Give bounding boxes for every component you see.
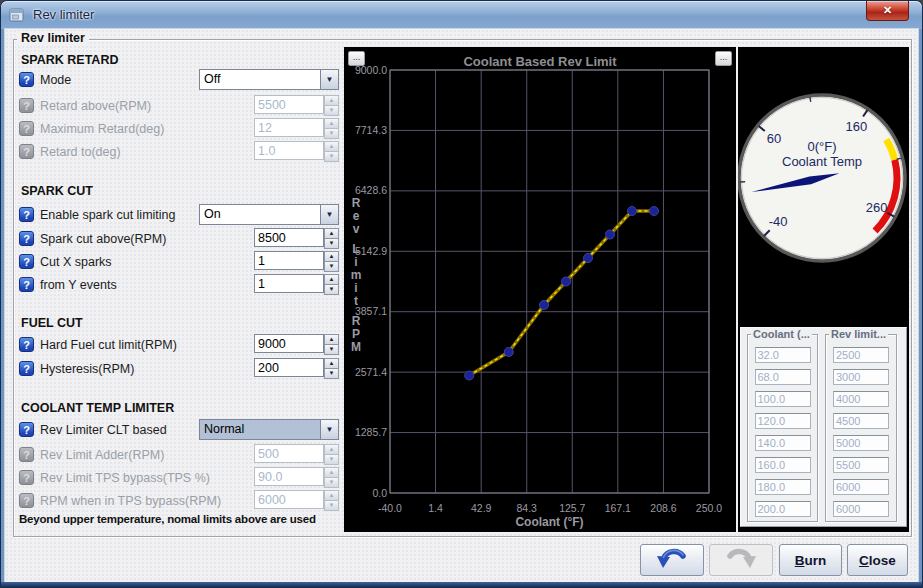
mode-combo[interactable]: Off▼ <box>199 69 339 90</box>
section-header-spark-cut: SPARK CUT <box>21 184 93 198</box>
help-icon: ? <box>19 144 34 159</box>
from-y-events-input[interactable] <box>254 274 324 293</box>
gauge-value-text: 0(°F) <box>807 139 836 154</box>
close-button[interactable]: Close <box>847 544 908 576</box>
chart-x-axis-label: Coolant (°F) <box>515 515 583 529</box>
field-label: Cut X sparks <box>40 255 112 269</box>
spark-cut-above-rpm-input[interactable] <box>254 228 324 247</box>
spinner-down-icon[interactable]: ▼ <box>324 262 339 272</box>
help-icon[interactable]: ? <box>19 72 34 87</box>
spinner-down-icon: ▼ <box>324 501 339 511</box>
spinner-up-icon: ▲ <box>324 141 339 152</box>
spinner-down-icon[interactable]: ▼ <box>324 369 339 379</box>
table-cell <box>755 501 811 517</box>
table-column-coolant: Coolant (... <box>747 334 818 522</box>
form-row-from-y-events: ?from Y events▲▼ <box>19 274 343 295</box>
svg-text:m: m <box>351 268 362 282</box>
svg-text:R: R <box>352 196 361 210</box>
help-icon[interactable]: ? <box>19 254 34 269</box>
help-icon[interactable]: ? <box>19 231 34 246</box>
spinner-down-icon[interactable]: ▼ <box>324 239 339 249</box>
redo-icon <box>724 548 758 573</box>
table-cell <box>833 347 889 363</box>
data-point-marker[interactable] <box>650 207 659 216</box>
svg-text:250.0: 250.0 <box>696 502 722 514</box>
chevron-down-icon[interactable]: ▼ <box>320 70 338 89</box>
svg-text:208.6: 208.6 <box>650 502 676 514</box>
chart-options-left-button[interactable]: ... <box>348 51 365 66</box>
table-cell <box>755 391 811 407</box>
coolant-temp-gauge: -40601602600(°F)Coolant Temp <box>738 47 909 323</box>
rev-limiter-clt-based-combo[interactable]: Normal▼ <box>199 419 339 440</box>
field-label: Mode <box>40 73 71 87</box>
hysteresis-rpm-input[interactable] <box>254 358 324 377</box>
gauge-scale-label: -40 <box>769 214 788 229</box>
spinner-up-icon[interactable]: ▲ <box>324 334 339 345</box>
form-row-retard-above-rpm: ?Retard above(RPM)▲▼ <box>19 95 343 116</box>
field-label: Spark cut above(RPM) <box>40 232 166 246</box>
enable-spark-cut-limiting-combo[interactable]: On▼ <box>199 204 339 225</box>
spinner-down-icon: ▼ <box>324 129 339 139</box>
column-header: Rev limit... <box>829 328 888 340</box>
groupbox-title: Rev limiter <box>17 31 89 45</box>
table-cell <box>833 413 889 429</box>
form-row-retard-to-deg: ?Retard to(deg)▲▼ <box>19 141 343 162</box>
help-icon[interactable]: ? <box>19 337 34 352</box>
svg-text:L: L <box>352 242 359 256</box>
spinner-up-icon[interactable]: ▲ <box>324 228 339 239</box>
help-icon[interactable]: ? <box>19 277 34 292</box>
spinner-up-icon[interactable]: ▲ <box>324 358 339 369</box>
form-row-spark-cut-above-rpm: ?Spark cut above(RPM)▲▼ <box>19 228 343 249</box>
data-point-marker[interactable] <box>465 371 474 380</box>
form-row-rev-limit-tps-bypass-tps: ?Rev Limit TPS bypass(TPS %)▲▼ <box>19 467 343 488</box>
gauge-scale-label: 160 <box>846 119 868 134</box>
data-point-marker[interactable] <box>628 207 637 216</box>
svg-text:1285.7: 1285.7 <box>355 426 387 438</box>
help-icon[interactable]: ? <box>19 361 34 376</box>
section-header-spark-retard: SPARK RETARD <box>21 53 118 67</box>
svg-text:2571.4: 2571.4 <box>355 366 387 378</box>
retard-above-rpm-spinner: ▲▼ <box>254 95 339 114</box>
hysteresis-rpm-spinner: ▲▼ <box>254 358 339 377</box>
spark-cut-above-rpm-spinner: ▲▼ <box>254 228 339 247</box>
spinner-up-icon: ▲ <box>324 490 339 501</box>
help-icon[interactable]: ? <box>19 422 34 437</box>
table-cell <box>755 347 811 363</box>
form-row-rpm-when-in-tps-bypass-rpm: ?RPM when in TPS bypass(RPM)▲▼ <box>19 490 343 511</box>
help-icon[interactable]: ? <box>19 207 34 222</box>
spinner-up-icon[interactable]: ▲ <box>324 251 339 262</box>
data-point-marker[interactable] <box>584 254 593 263</box>
data-point-marker[interactable] <box>562 277 571 286</box>
svg-text:5142.9: 5142.9 <box>355 245 387 257</box>
data-point-marker[interactable] <box>606 230 615 239</box>
chevron-down-icon[interactable]: ▼ <box>320 205 338 224</box>
close-icon[interactable]: ✕ <box>866 1 909 21</box>
data-point-marker[interactable] <box>540 301 549 310</box>
hard-fuel-cut-limit-rpm-input[interactable] <box>254 334 324 353</box>
form-row-cut-x-sparks: ?Cut X sparks▲▼ <box>19 251 343 272</box>
form-row-rev-limiter-clt-based: ?Rev Limiter CLT basedNormal▼ <box>19 419 343 440</box>
spinner-up-icon[interactable]: ▲ <box>324 274 339 285</box>
footnote-text: Beyond upper temperature, nomal limits a… <box>19 513 349 525</box>
undo-button[interactable] <box>640 544 704 576</box>
chart-options-right-button[interactable]: ... <box>715 51 732 66</box>
rpm-when-in-tps-bypass-rpm-input <box>254 490 324 509</box>
svg-text:6428.6: 6428.6 <box>355 184 387 196</box>
data-point-marker[interactable] <box>504 348 513 357</box>
chart-title: Coolant Based Rev Limit <box>463 54 617 69</box>
svg-text:i: i <box>354 255 357 269</box>
spinner-down-icon[interactable]: ▼ <box>324 285 339 295</box>
chevron-down-icon[interactable]: ▼ <box>320 420 338 439</box>
section-header-coolant-temp-limiter: COOLANT TEMP LIMITER <box>21 401 174 415</box>
rpm-when-in-tps-bypass-rpm-spinner: ▲▼ <box>254 490 339 509</box>
titlebar[interactable]: Rev limiter ✕ <box>1 1 922 29</box>
field-label: Enable spark cut limiting <box>40 208 175 222</box>
app-icon <box>9 7 25 23</box>
spinner-down-icon: ▼ <box>324 152 339 162</box>
burn-button[interactable]: Burn <box>779 544 842 576</box>
cut-x-sparks-input[interactable] <box>254 251 324 270</box>
coolant-rev-limit-chart[interactable]: Coolant Based Rev Limit-40.01.442.984.31… <box>344 47 736 532</box>
spinner-down-icon[interactable]: ▼ <box>324 345 339 355</box>
gauge-scale-label: 60 <box>767 131 781 146</box>
spinner-up-icon: ▲ <box>324 444 339 455</box>
